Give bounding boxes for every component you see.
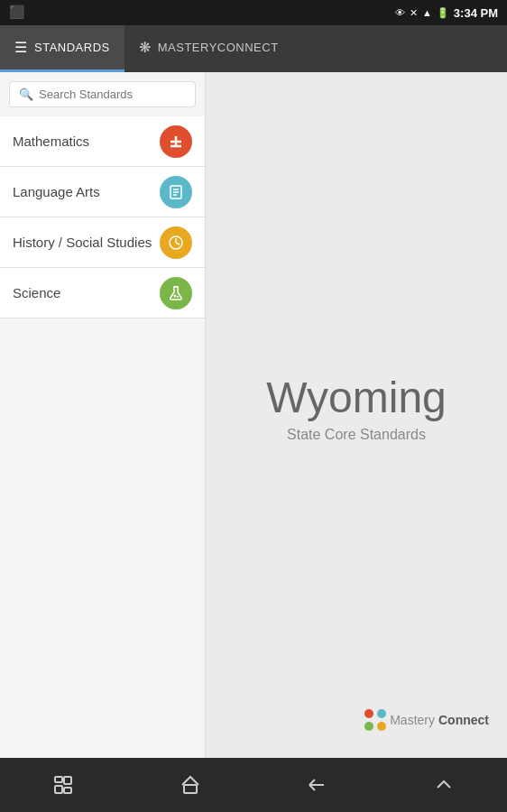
- mc-dots: [364, 709, 386, 731]
- subject-item-history[interactable]: History / Social Studies: [0, 217, 205, 268]
- signal-icon: ▲: [422, 7, 432, 18]
- back-button[interactable]: [288, 767, 346, 803]
- dot-blue: [377, 709, 386, 718]
- battery-icon: 🔋: [437, 7, 449, 19]
- wifi-off-icon: ✕: [410, 7, 418, 19]
- science-label: Science: [13, 285, 60, 300]
- mathematics-icon: [160, 125, 192, 158]
- subject-list: Mathematics Language Arts: [0, 116, 205, 758]
- recent-apps-button[interactable]: [34, 767, 92, 803]
- wyoming-content: Wyoming State Core Standards: [266, 108, 447, 709]
- history-icon: [160, 226, 192, 259]
- menu-up-button[interactable]: [415, 767, 473, 803]
- history-label: History / Social Studies: [13, 235, 152, 250]
- screen: ☰ STANDARDS ❋ MASTERYCONNECT 🔍 Mathemati…: [0, 25, 507, 758]
- status-icons: 👁 ✕ ▲ 🔋 3:34 PM: [395, 6, 498, 20]
- status-time: 3:34 PM: [454, 6, 498, 20]
- svg-line-9: [176, 243, 180, 245]
- home-button[interactable]: [161, 767, 219, 803]
- subject-item-science[interactable]: Science: [0, 268, 205, 318]
- search-input[interactable]: [39, 88, 186, 101]
- eye-icon: 👁: [395, 7, 405, 18]
- svg-point-11: [174, 294, 177, 297]
- svg-rect-14: [55, 786, 62, 793]
- dot-yellow: [377, 722, 386, 731]
- search-wrapper[interactable]: 🔍: [9, 81, 196, 107]
- nav-bar: ☰ STANDARDS ❋ MASTERYCONNECT: [0, 25, 507, 72]
- svg-rect-13: [55, 777, 62, 782]
- search-container: 🔍: [0, 72, 205, 116]
- subject-item-mathematics[interactable]: Mathematics: [0, 116, 205, 167]
- science-icon: [160, 277, 192, 309]
- main-content: 🔍 Mathematics L: [0, 72, 507, 758]
- svg-rect-15: [64, 777, 71, 784]
- mathematics-label: Mathematics: [13, 134, 89, 149]
- tab-standards[interactable]: ☰ STANDARDS: [0, 25, 124, 72]
- mastery-connect-logo: Mastery Connect: [364, 709, 489, 731]
- screen-icon: ⬛: [9, 5, 24, 19]
- mc-icon: ❋: [139, 39, 151, 56]
- svg-rect-16: [64, 788, 71, 793]
- language-arts-label: Language Arts: [13, 184, 100, 199]
- svg-rect-17: [184, 785, 197, 793]
- standards-icon: ☰: [14, 39, 27, 56]
- right-panel: Wyoming State Core Standards Mastery Con…: [206, 72, 507, 758]
- dot-green: [364, 722, 373, 731]
- wyoming-title: Wyoming: [266, 374, 447, 422]
- search-icon: 🔍: [19, 88, 33, 101]
- tab-masteryconnect[interactable]: ❋ MASTERYCONNECT: [124, 25, 293, 72]
- language-arts-icon: [160, 176, 192, 208]
- connect-text: Connect: [438, 713, 489, 727]
- dot-red: [364, 709, 373, 718]
- bottom-nav-bar: [0, 758, 507, 812]
- mastery-text: Mastery: [390, 713, 435, 727]
- status-bar: ⬛ 👁 ✕ ▲ 🔋 3:34 PM: [0, 0, 507, 25]
- sidebar: 🔍 Mathematics L: [0, 72, 206, 758]
- wyoming-subtitle: State Core Standards: [287, 427, 426, 443]
- svg-point-12: [177, 296, 179, 298]
- standards-tab-label: STANDARDS: [34, 41, 110, 54]
- masteryconnect-tab-label: MASTERYCONNECT: [158, 41, 279, 54]
- subject-item-language-arts[interactable]: Language Arts: [0, 167, 205, 217]
